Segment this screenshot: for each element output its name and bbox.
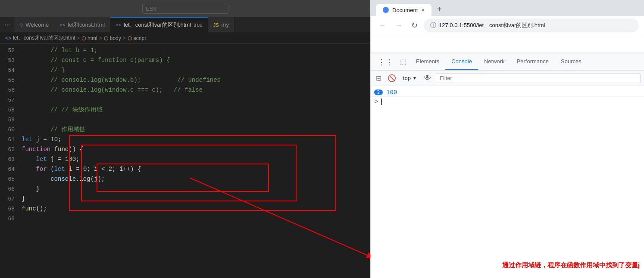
code-line-63: 63 let j = 100; (0, 154, 370, 164)
tab-icon-js: JS (213, 22, 219, 28)
console-entry-0: 2 100 (371, 88, 644, 97)
tab-label-js: my (222, 22, 229, 28)
context-label: top (403, 75, 411, 81)
breadcrumb: <> let、const和var的区别.html > ⬡ html > ⬡ bo… (0, 33, 370, 44)
back-button[interactable]: ← (376, 19, 389, 32)
code-line-59: 59 (0, 115, 370, 125)
devtools-inspect-icon[interactable]: ⋮⋮ (374, 57, 397, 67)
tab-js[interactable]: JS my (208, 17, 234, 33)
tab-icon-letconst: <> (59, 22, 65, 28)
breadcrumb-html: html (88, 35, 97, 41)
browser-active-tab[interactable]: Document × (376, 4, 431, 16)
vscode-panel: ··· ◇ Welcome <> let和const.html <> let、c… (0, 0, 371, 278)
chevron-down-icon: ▼ (413, 76, 417, 80)
code-line-65: 65 console.log(j); (0, 174, 370, 184)
browser-page-content (371, 35, 644, 53)
address-bar[interactable]: ⓘ 127.0.0.1:5500/let、const和var的区别.html (424, 19, 639, 32)
search-input[interactable] (142, 4, 228, 14)
code-line-66: 66 } (0, 184, 370, 194)
console-count-badge: 2 (374, 90, 383, 95)
vscode-tab-bar: ··· ◇ Welcome <> let和const.html <> let、c… (0, 17, 370, 33)
forward-button[interactable]: → (392, 19, 405, 32)
tab-active-file[interactable]: <> let、const和var的区别.html true (110, 17, 208, 33)
tab-label-welcome: Welcome (25, 22, 49, 28)
code-line-68: 68 func(); (0, 204, 370, 214)
breadcrumb-script: script (134, 35, 146, 41)
code-line-57: 57 (0, 95, 370, 105)
breadcrumb-icon-body: ⬡ (104, 35, 108, 41)
clear-console-button[interactable]: 🚫 (386, 72, 398, 84)
devtools-responsive-icon[interactable]: ⬚ (397, 58, 410, 66)
browser-tab-close[interactable]: × (421, 6, 425, 13)
tab-label-active: let、const和var的区别.html (124, 21, 191, 29)
code-line-61: 61 let j = 10; (0, 135, 370, 145)
vscode-search-bar (0, 0, 370, 17)
code-line-54: 54 // } (0, 65, 370, 75)
devtools-tab-sources[interactable]: Sources (555, 54, 588, 70)
console-prompt-icon: > (374, 98, 378, 105)
code-line-67: 67 } (0, 194, 370, 204)
code-line-64: 64 for (let i = 0; i < 2; i++) { (0, 164, 370, 174)
filter-input[interactable] (436, 73, 641, 83)
devtools-tab-elements[interactable]: Elements (410, 54, 445, 70)
devtools-panel: ⋮⋮ ⬚ Elements Console Network Performanc… (371, 53, 644, 278)
context-dropdown[interactable]: top ▼ (400, 74, 419, 82)
lock-icon: ⓘ (430, 22, 436, 29)
code-line-62: 62 function func() { (0, 145, 370, 154)
code-line-60: 60 // 作用域链 (0, 125, 370, 135)
code-line-56: 56 // console.log(window.c === c); // fa… (0, 85, 370, 95)
browser-panel: Document × + ← → ↻ ⓘ 127.0.0.1:5500/let、… (371, 0, 644, 278)
console-output-area: 2 100 > | 通过作用域链，程序在函数作用域中找到了变量j (371, 86, 644, 278)
browser-tab-bar: Document × + (371, 0, 644, 16)
tab-letconst[interactable]: <> let和const.html (54, 17, 110, 33)
breadcrumb-icon-script: ⬡ (128, 35, 132, 41)
browser-tab-title: Document (392, 7, 418, 13)
browser-favicon (383, 7, 389, 13)
code-line-53: 53 // const c = function c(params) { (0, 56, 370, 65)
browser-nav-bar: ← → ↻ ⓘ 127.0.0.1:5500/let、const和var的区别.… (371, 16, 644, 35)
console-cursor: | (381, 98, 382, 105)
devtools-tab-bar: ⋮⋮ ⬚ Elements Console Network Performanc… (371, 53, 644, 71)
main-container: ··· ◇ Welcome <> let和const.html <> let、c… (0, 0, 644, 278)
code-line-69: 69 (0, 214, 370, 224)
console-prompt[interactable]: > | (371, 97, 644, 106)
devtools-tab-performance[interactable]: Performance (511, 54, 555, 70)
address-text: 127.0.0.1:5500/let、const和var的区别.html (439, 22, 545, 29)
more-tabs-icon[interactable]: ··· (0, 21, 14, 29)
annotation-text: 通过作用域链，程序在函数作用域中找到了变量j (502, 261, 640, 269)
eye-icon-button[interactable]: 👁 (422, 72, 433, 84)
tab-icon-active: <> (116, 22, 121, 28)
tab-label-letconst: let和const.html (68, 21, 105, 29)
refresh-button[interactable]: ↻ (409, 19, 420, 32)
code-line-55: 55 // console.log(window.b); // undefine… (0, 75, 370, 85)
code-line-58: 58 // // 块级作用域 (0, 105, 370, 115)
tab-close-button[interactable]: true (194, 22, 203, 28)
code-editor[interactable]: 52 // let b = 1; 53 // const c = functio… (0, 44, 370, 278)
breadcrumb-icon-file: <> (5, 35, 11, 41)
sidebar-toggle-button[interactable]: ⊟ (374, 72, 383, 84)
breadcrumb-icon-html: ⬡ (81, 35, 86, 41)
code-line-52: 52 // let b = 1; (0, 46, 370, 56)
console-value: 100 (386, 89, 397, 96)
browser-new-tab-button[interactable]: + (433, 3, 445, 16)
breadcrumb-body: body (110, 35, 121, 41)
devtools-tab-network[interactable]: Network (478, 54, 511, 70)
breadcrumb-file: let、const和var的区别.html (13, 34, 75, 42)
annotation-box: 通过作用域链，程序在函数作用域中找到了变量j (502, 261, 640, 269)
code-lines: 52 // let b = 1; 53 // const c = functio… (0, 44, 370, 225)
tab-icon-welcome: ◇ (19, 22, 23, 28)
devtools-tab-console[interactable]: Console (445, 54, 478, 70)
tab-welcome[interactable]: ◇ Welcome (14, 17, 54, 33)
devtools-toolbar: ⊟ 🚫 top ▼ 👁 (371, 71, 644, 86)
